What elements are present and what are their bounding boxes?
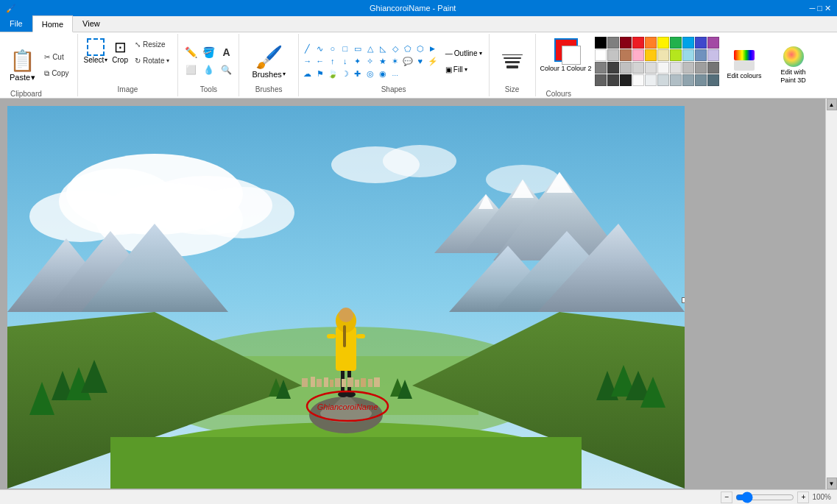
color-gray7[interactable] [670,62,682,74]
color-purple[interactable] [707,37,719,49]
rotate-button[interactable]: ↻ Rotate ▾ [131,53,173,68]
color-r4c10[interactable] [707,74,719,86]
color-gray9[interactable] [695,62,707,74]
pencil-tool[interactable]: ✏️ [183,44,199,60]
color-cream[interactable] [657,49,669,61]
color-green[interactable] [670,37,682,49]
shape-cloud[interactable]: ☁ [302,68,314,79]
color-r4c6[interactable] [657,74,669,86]
eraser-tool[interactable]: ⬜ [183,62,199,78]
tab-view[interactable]: View [73,15,110,32]
paint-canvas[interactable]: GhiancoroiName [7,106,685,489]
zoom-in-button[interactable]: + [797,491,809,503]
shape-star5[interactable]: ★ [377,55,389,67]
shape-cross[interactable]: ✚ [352,68,364,79]
shape-arrow-more[interactable]: ▶ [427,43,439,54]
paste-dropdown-arrow[interactable]: ▾ [31,73,35,82]
vertical-scrollbar[interactable]: ▲ ▼ [825,99,837,489]
fill-dropdown[interactable]: ▣ Fill ▾ [442,62,486,77]
shape-leaf[interactable]: 🍃 [327,68,339,79]
color-darkgray[interactable] [607,37,619,49]
color-black[interactable] [595,37,607,49]
size-button[interactable] [495,37,529,85]
color-blue[interactable] [695,37,707,49]
brushes-button[interactable]: 🖌️ Brushes ▾ [245,37,292,85]
colour1-button[interactable] [553,37,579,63]
color-darkred[interactable] [620,37,632,49]
fill-tool[interactable]: 🪣 [200,44,216,60]
color-gray2[interactable] [607,62,619,74]
shape-oval[interactable]: ○ [327,43,339,54]
shape-moon[interactable]: ☽ [339,68,351,79]
color-lightgray[interactable] [607,49,619,61]
color-red[interactable] [632,37,644,49]
color-gold[interactable] [645,49,657,61]
color-r4c9[interactable] [695,74,707,86]
color-lightblue[interactable] [682,49,694,61]
shape-more2[interactable]: … [389,68,401,79]
zoom-slider[interactable] [735,491,794,503]
shape-up-arrow[interactable]: ↑ [327,55,339,67]
shape-triangle[interactable]: △ [364,43,376,54]
shape-callout[interactable]: 💬 [402,55,414,67]
resize-button[interactable]: ⤡ Resize [131,37,173,52]
color-gray4[interactable] [632,62,644,74]
shape-line[interactable]: ╱ [302,43,314,54]
shape-ring[interactable]: ◎ [364,68,376,79]
outline-dropdown[interactable]: — Outline ▾ [442,46,486,60]
edit-with-paint3d-button[interactable]: Edit with Paint 3D [770,43,817,88]
color-lightgreen[interactable] [670,49,682,61]
shape-left-arrow[interactable]: ← [314,55,326,67]
shape-diamond[interactable]: ◇ [389,43,401,54]
crop-button[interactable]: ⊡ Crop [110,37,130,65]
color-r4c4[interactable] [632,74,644,86]
shape-down-arrow[interactable]: ↓ [339,55,351,67]
color-gray10[interactable] [707,62,719,74]
color-lavender[interactable] [707,49,719,61]
magnifier-tool[interactable]: 🔍 [218,62,234,78]
shape-eye[interactable]: ◉ [377,68,389,79]
color-steelblue[interactable] [695,49,707,61]
shape-right-arrow[interactable]: → [302,55,314,67]
tab-file[interactable]: File [0,15,32,32]
color-gray5[interactable] [645,62,657,74]
cut-button[interactable]: ✂ Cut [40,50,72,65]
color-r4c7[interactable] [670,74,682,86]
copy-button[interactable]: ⧉ Copy [40,66,72,81]
shape-rect[interactable]: □ [339,43,351,54]
color-pink[interactable] [632,49,644,61]
shape-lightning[interactable]: ⚡ [427,55,439,67]
canvas-resize-handle[interactable] [682,297,685,303]
shape-flag[interactable]: ⚑ [314,68,326,79]
color-gray3[interactable] [620,62,632,74]
shape-rounded-rect[interactable]: ▭ [352,43,364,54]
color-r4c2[interactable] [607,74,619,86]
text-tool[interactable]: A [218,44,234,60]
shape-hexagon[interactable]: ⬡ [414,43,426,54]
shape-4way-arrow[interactable]: ✦ [352,55,364,67]
shape-right-triangle[interactable]: ◺ [377,43,389,54]
color-r4c1[interactable] [595,74,607,86]
color-gray8[interactable] [682,62,694,74]
color-r4c8[interactable] [682,74,694,86]
shape-star4[interactable]: ✧ [364,55,376,67]
scroll-down-button[interactable]: ▼ [827,478,837,489]
edit-colours-button[interactable]: Edit colours [722,46,767,84]
select-button[interactable]: Select ▾ [82,37,110,65]
paste-button[interactable]: 📋 Paste ▾ [4,37,40,93]
color-cyan[interactable] [682,37,694,49]
shape-curve[interactable]: ∿ [314,43,326,54]
color-gray1[interactable] [595,62,607,74]
tab-home[interactable]: Home [32,15,73,32]
color-brown[interactable] [620,49,632,61]
color-yellow[interactable] [657,37,669,49]
color-r4c5[interactable] [645,74,657,86]
color-orange[interactable] [645,37,657,49]
shape-heart[interactable]: ♥ [414,55,426,67]
color-r4c3[interactable] [620,74,632,86]
color-gray6[interactable] [657,62,669,74]
window-controls[interactable]: ─ □ ✕ [809,4,831,13]
color-white[interactable] [595,49,607,61]
zoom-out-button[interactable]: − [721,491,732,503]
shape-star6[interactable]: ✶ [389,55,401,67]
